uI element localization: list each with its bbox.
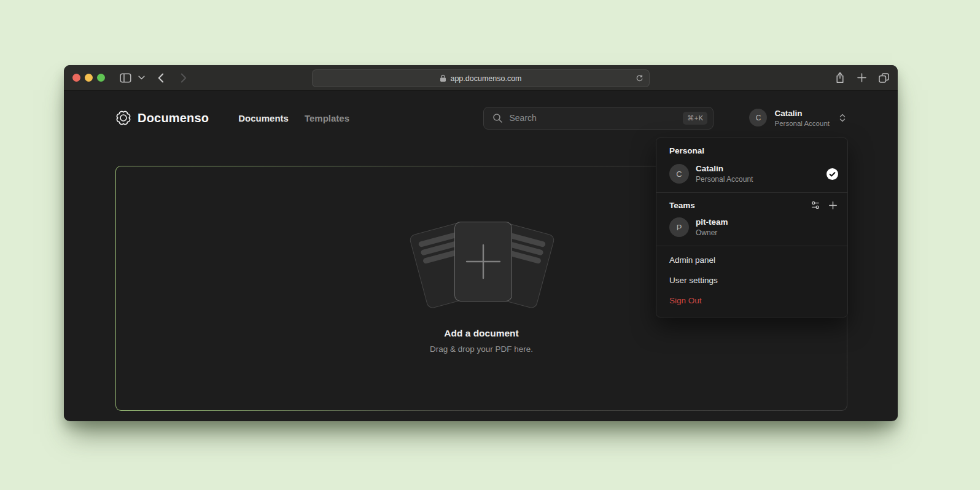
menu-item-admin-panel[interactable]: Admin panel <box>656 250 847 270</box>
document-card-center <box>454 222 512 301</box>
browser-window: app.documenso.com <box>64 65 898 421</box>
search-shortcut-badge: ⌘+K <box>683 112 707 125</box>
sidebar-chevron-down-icon[interactable] <box>138 76 145 80</box>
account-menu-trigger[interactable]: C Catalin Personal Account <box>749 109 846 127</box>
team-name: pit-team <box>696 217 728 227</box>
create-team-plus-icon[interactable] <box>828 201 838 210</box>
account-dropdown-menu: Personal C Catalin Personal Account Team… <box>656 138 848 317</box>
search-bar[interactable]: ⌘+K <box>483 107 714 130</box>
documenso-logo-icon <box>115 110 131 126</box>
main-nav: Documents Templates <box>238 113 349 123</box>
personal-section-label: Personal <box>656 138 847 159</box>
plus-icon <box>465 244 501 279</box>
search-icon <box>492 113 503 123</box>
url-text: app.documenso.com <box>450 74 521 83</box>
traffic-lights <box>72 74 105 82</box>
close-window-button[interactable] <box>72 74 80 82</box>
nav-documents[interactable]: Documents <box>238 113 289 123</box>
dropzone-illustration <box>416 222 546 308</box>
team-item-pit-team[interactable]: P pit-team Owner <box>656 212 847 246</box>
chevrons-up-down-icon <box>839 113 846 123</box>
avatar: P <box>669 217 689 237</box>
personal-account-item[interactable]: C Catalin Personal Account <box>656 159 847 192</box>
check-circle-icon <box>826 168 838 180</box>
dropzone-title: Add a document <box>444 328 518 339</box>
avatar: C <box>669 164 689 184</box>
zoom-window-button[interactable] <box>97 74 105 82</box>
address-bar[interactable]: app.documenso.com <box>312 69 650 87</box>
refresh-icon[interactable] <box>636 74 644 82</box>
manage-teams-sliders-icon[interactable] <box>811 200 820 210</box>
team-role: Owner <box>696 228 728 237</box>
tab-overview-icon[interactable] <box>879 73 889 83</box>
personal-account-subtitle: Personal Account <box>696 175 753 184</box>
sidebar-toggle-icon[interactable] <box>120 73 131 83</box>
search-input[interactable] <box>509 113 677 123</box>
lock-icon <box>440 74 446 82</box>
minimize-window-button[interactable] <box>85 74 93 82</box>
new-tab-icon[interactable] <box>857 73 866 82</box>
brand-name: Documenso <box>138 111 209 125</box>
avatar: C <box>749 109 767 126</box>
forward-button-icon[interactable] <box>181 73 187 83</box>
menu-item-sign-out[interactable]: Sign Out <box>656 290 847 311</box>
account-name: Catalin <box>774 109 830 119</box>
back-button-icon[interactable] <box>158 73 164 83</box>
menu-item-user-settings[interactable]: User settings <box>656 270 847 290</box>
account-type: Personal Account <box>774 120 830 127</box>
teams-section-label: Teams <box>669 201 695 210</box>
personal-account-name: Catalin <box>696 164 753 174</box>
browser-toolbar: app.documenso.com <box>64 65 898 91</box>
app-page: Documenso Documents Templates ⌘+K C <box>64 91 898 421</box>
nav-templates[interactable]: Templates <box>305 113 349 123</box>
share-icon[interactable] <box>835 72 845 84</box>
app-header: Documenso Documents Templates ⌘+K C <box>64 91 898 145</box>
teams-section-header: Teams <box>656 193 847 212</box>
dropzone-subtitle: Drag & drop your PDF here. <box>430 344 533 354</box>
brand[interactable]: Documenso <box>115 110 209 126</box>
